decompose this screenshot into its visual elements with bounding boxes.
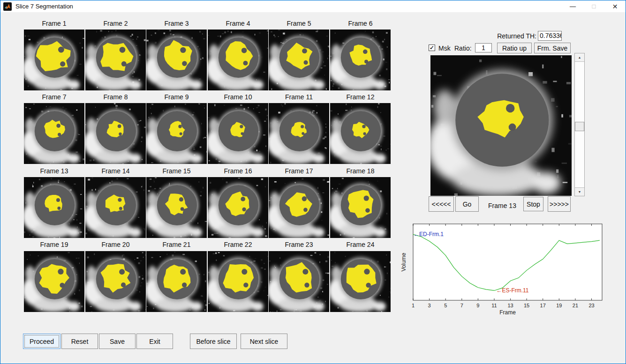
svg-text:9: 9 — [476, 303, 479, 308]
frm-save-button[interactable]: Frm. Save — [534, 43, 571, 53]
stop-button[interactable]: Stop — [523, 197, 543, 211]
frame-label: Frame 7 — [24, 93, 84, 101]
ratio-up-button[interactable]: Ratio up — [497, 43, 532, 53]
svg-text:1: 1 — [412, 303, 415, 308]
svg-text:11: 11 — [491, 303, 497, 308]
volume-chart: 1357911131517192123←ED-Frm.1←ES-Frm.11Fr… — [400, 219, 609, 318]
ratio-field[interactable]: 1 — [475, 43, 492, 52]
frame-label: Frame 11 — [269, 93, 329, 101]
frame-thumbnail — [330, 251, 391, 312]
frame-thumbnail — [208, 103, 268, 164]
frame-label: Frame 5 — [269, 20, 329, 27]
frame-label: Frame 21 — [146, 241, 207, 248]
frame-thumbnail — [85, 30, 146, 90]
frame-label: Frame 10 — [208, 93, 268, 101]
svg-text:19: 19 — [556, 303, 562, 308]
minimize-icon[interactable]: — — [562, 0, 583, 12]
frame-thumbnail — [269, 251, 329, 312]
returned-th-field[interactable]: 0.76336 — [538, 31, 562, 41]
scroll-down-icon[interactable]: ▼ — [575, 187, 584, 196]
frame-label: Frame 17 — [269, 167, 329, 175]
frame-label: Frame 3 — [146, 20, 207, 27]
msk-checkbox[interactable]: ✓ — [429, 45, 435, 51]
frame-thumbnail — [146, 103, 207, 164]
frame-label: Frame 18 — [330, 167, 391, 175]
frame-label: Frame 24 — [330, 241, 391, 248]
frame-thumbnail — [208, 177, 268, 238]
frame-label: Frame 20 — [85, 241, 146, 248]
scrollbar-thumb[interactable] — [575, 122, 584, 131]
frame-thumbnail — [208, 251, 268, 312]
returned-th-label: Returned TH: — [495, 32, 536, 40]
svg-text:3: 3 — [428, 303, 431, 308]
frame-thumbnail — [146, 177, 207, 238]
frame-thumbnail — [269, 177, 329, 238]
svg-text:21: 21 — [573, 303, 578, 308]
frame-thumbnail — [269, 103, 329, 164]
before-slice-button[interactable]: Before slice — [190, 334, 237, 349]
frame-label: Frame 4 — [208, 20, 268, 27]
frame-label: Frame 22 — [208, 241, 268, 248]
frame-thumbnail — [24, 103, 84, 164]
frame-thumbnail — [85, 251, 146, 312]
frame-label: Frame 15 — [146, 167, 207, 175]
svg-text:←ED-Frm.1: ←ED-Frm.1 — [414, 231, 444, 238]
ratio-label: Ratio: — [454, 45, 472, 52]
msk-label: Msk — [438, 45, 451, 52]
svg-text:←ES-Frm.11: ←ES-Frm.11 — [496, 287, 528, 294]
frame-thumbnail — [85, 103, 146, 164]
frame-label: Frame 23 — [269, 241, 329, 248]
frame-label: Frame 1 — [24, 20, 84, 27]
rewind-button[interactable]: <<<<< — [429, 196, 454, 212]
current-frame-label: Frame 13 — [483, 202, 521, 209]
save-button[interactable]: Save — [99, 334, 136, 349]
frame-thumbnail — [330, 103, 391, 164]
frame-thumbnail — [146, 30, 207, 90]
frame-thumbnail — [85, 177, 146, 238]
reset-button[interactable]: Reset — [61, 334, 98, 349]
frame-label: Frame 6 — [330, 20, 391, 27]
frame-thumbnail — [269, 30, 329, 90]
frame-thumbnail — [24, 177, 84, 238]
frame-thumbnail — [330, 30, 391, 90]
frame-label: Frame 13 — [24, 167, 84, 175]
frame-label: Frame 14 — [85, 167, 146, 175]
preview-image — [430, 55, 572, 196]
svg-text:Volume: Volume — [400, 253, 407, 271]
frame-thumbnail — [208, 30, 268, 90]
svg-text:5: 5 — [444, 303, 447, 308]
svg-text:17: 17 — [540, 303, 546, 308]
svg-text:13: 13 — [507, 303, 513, 308]
scroll-up-icon[interactable]: ▲ — [575, 53, 584, 62]
frame-thumbnail — [24, 30, 84, 90]
close-icon[interactable]: ✕ — [604, 0, 626, 12]
window-title: Slice 7 Segmentation — [15, 3, 73, 10]
go-button[interactable]: Go — [455, 196, 479, 212]
frame-label: Frame 2 — [85, 20, 146, 27]
frame-thumbnail — [146, 251, 207, 312]
svg-text:23: 23 — [588, 303, 594, 308]
frame-label: Frame 19 — [24, 241, 84, 248]
svg-text:Frame: Frame — [499, 309, 516, 316]
next-slice-button[interactable]: Next slice — [241, 334, 287, 349]
title-bar: Slice 7 Segmentation — □ ✕ — [0, 0, 626, 12]
frame-label: Frame 16 — [208, 167, 268, 175]
exit-button[interactable]: Exit — [136, 334, 173, 349]
frame-label: Frame 9 — [146, 93, 207, 101]
frame-label: Frame 12 — [330, 93, 391, 101]
matlab-app-icon — [3, 2, 12, 11]
maximize-icon[interactable]: □ — [583, 0, 604, 12]
frame-label: Frame 8 — [85, 93, 146, 101]
preview-scrollbar[interactable]: ▲ ▼ — [574, 53, 585, 196]
frame-thumbnail — [24, 251, 84, 312]
forward-button[interactable]: >>>>> — [548, 196, 571, 212]
app-window: Slice 7 Segmentation — □ ✕ Frame 1Frame … — [0, 0, 626, 364]
frame-thumbnail — [330, 177, 391, 238]
window-controls: — □ ✕ — [562, 0, 626, 12]
svg-text:15: 15 — [524, 303, 529, 308]
svg-text:7: 7 — [460, 303, 463, 308]
proceed-button[interactable]: Proceed — [23, 334, 60, 349]
